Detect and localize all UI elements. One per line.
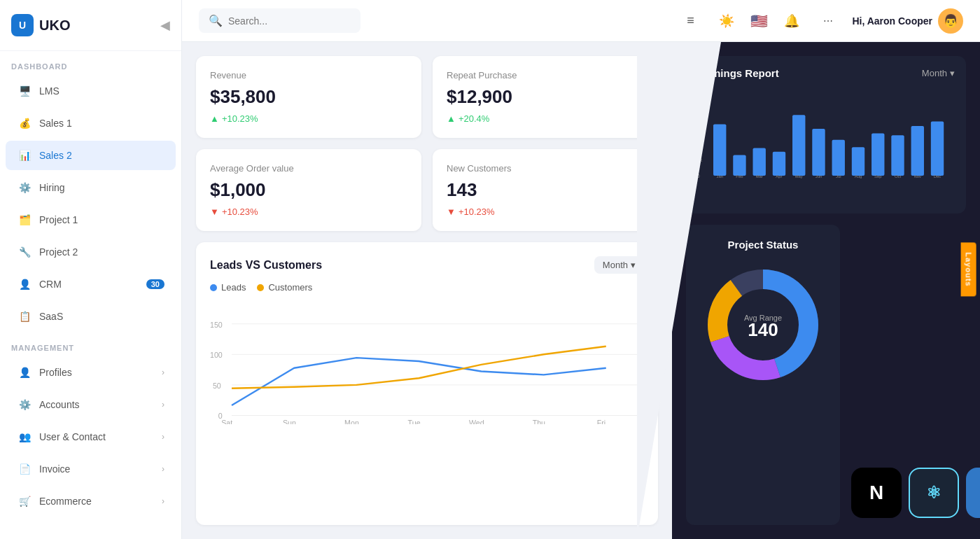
sidebar-logo-area: U UKO ◀ [0, 0, 181, 51]
sidebar-item-saas[interactable]: 📋 SaaS [6, 302, 176, 331]
svg-rect-31 [812, 129, 825, 176]
apps-icon[interactable]: ⋯ [816, 8, 841, 34]
svg-text:150: 150 [210, 321, 223, 329]
dashboard-section-label: DASHBOARD [0, 51, 181, 75]
sidebar-item-accounts[interactable]: ⚙️ Accounts › [6, 390, 176, 419]
sidebar-item-project2[interactable]: 🔧 Project 2 [6, 237, 176, 267]
stat-change-repeat: ▲ +20.4% [447, 113, 644, 124]
svg-text:Tue: Tue [408, 419, 421, 424]
sidebar-item-ecommerce[interactable]: 🛒 Ecommerce › [6, 486, 176, 516]
sidebar-collapse-button[interactable]: ◀ [160, 18, 170, 33]
leads-chart-title: Leads VS Customers [210, 259, 322, 272]
bottom-right-section: Project Status Avg Range [686, 225, 966, 525]
header-right: ≡ ☀️ 🇺🇸 🔔 ⋯ Hi, Aaron Cooper 👨 [678, 8, 963, 34]
accounts-icon: ⚙️ [17, 397, 32, 412]
arrow-up-icon: ▲ [210, 113, 219, 124]
flag-icon[interactable]: 🇺🇸 [750, 13, 768, 29]
theme-icon[interactable]: ☀️ [714, 8, 739, 34]
tech-logos-row: N ⚛ TS JS [851, 468, 980, 518]
sidebar-item-crm[interactable]: 👤 CRM 30 [6, 270, 176, 299]
lms-icon: 🖥️ [17, 83, 32, 99]
menu-icon[interactable]: ≡ [678, 8, 703, 34]
react-logo[interactable]: ⚛ [909, 468, 959, 518]
sidebar-item-label-user-contact: User & Contact [39, 431, 106, 442]
user-name: Hi, Aaron Cooper [852, 15, 932, 27]
sidebar-item-label-ecommerce: Ecommerce [39, 496, 92, 507]
svg-text:Jan: Jan [716, 174, 723, 178]
sidebar-item-sales2[interactable]: 📊 Sales 2 [6, 141, 176, 170]
left-panel: Revenue $35,800 ▲ +10.23% Repeat Purchas… [182, 42, 672, 539]
hiring-icon: ⚙️ [17, 180, 32, 195]
sales1-icon: 💰 [17, 115, 32, 131]
leads-chart-header: Leads VS Customers Month ▾ [210, 256, 644, 274]
project-status-title: Project Status [728, 239, 799, 251]
earnings-header: Earnings Report Month ▾ [697, 67, 955, 79]
chevron-down-icon: ▾ [631, 260, 636, 270]
svg-rect-41 [911, 126, 924, 176]
sidebar-item-lms[interactable]: 🖥️ LMS [6, 76, 176, 106]
split-layout: Revenue $35,800 ▲ +10.23% Repeat Purchas… [182, 42, 980, 539]
leads-legend: Leads Customers [210, 282, 644, 293]
profiles-chevron-icon: › [162, 368, 164, 377]
typescript-logo[interactable]: TS [966, 468, 980, 518]
sidebar-item-profiles[interactable]: 👤 Profiles › [6, 358, 176, 387]
sidebar-item-hiring[interactable]: ⚙️ Hiring [6, 173, 176, 202]
svg-rect-33 [832, 140, 845, 176]
bell-icon[interactable]: 🔔 [779, 8, 804, 34]
stats-row-2: Average Order value $1,000 ▼ +10.23% New… [196, 149, 658, 231]
sidebar-item-invoice[interactable]: 📄 Invoice › [6, 454, 176, 484]
ecommerce-chevron-icon: › [162, 496, 164, 506]
svg-text:140: 140 [748, 319, 778, 340]
saas-icon: 📋 [17, 309, 32, 324]
stat-value-customers: 143 [447, 179, 644, 201]
svg-text:Mar: Mar [756, 174, 763, 178]
svg-text:15k: 15k [697, 109, 705, 114]
arrow-down-icon-avg: ▼ [210, 206, 219, 217]
layouts-tab[interactable]: Layouts [960, 242, 976, 296]
leads-month-button[interactable]: Month ▾ [594, 256, 644, 274]
leads-svg-chart: 0 50 100 150 Sat [210, 298, 644, 424]
stat-card-revenue: Revenue $35,800 ▲ +10.23% [196, 56, 421, 138]
stat-label-avg: Average Order value [210, 163, 407, 174]
search-icon: 🔍 [209, 14, 223, 27]
sidebar-item-sales1[interactable]: 💰 Sales 1 [6, 108, 176, 138]
avatar: 👨 [938, 8, 963, 34]
svg-text:Sep: Sep [874, 174, 882, 178]
sidebar-item-label-hiring: Hiring [39, 182, 65, 193]
invoice-icon: 📄 [17, 461, 32, 477]
nextjs-logo[interactable]: N [851, 468, 902, 518]
sidebar-item-user-contact[interactable]: 👥 User & Contact › [6, 422, 176, 451]
profiles-icon: 👤 [17, 365, 32, 380]
user-info[interactable]: Hi, Aaron Cooper 👨 [852, 8, 963, 34]
earnings-bar-chart: 0 4k 8k 11k 15k Jan Feb M [697, 88, 955, 200]
search-box[interactable]: 🔍 [199, 8, 360, 33]
earnings-month-button[interactable]: Month ▾ [922, 68, 955, 78]
svg-rect-43 [931, 121, 944, 176]
svg-text:Aug: Aug [855, 174, 862, 178]
stat-change-revenue: ▲ +10.23% [210, 113, 407, 124]
stats-row-1: Revenue $35,800 ▲ +10.23% Repeat Purchas… [196, 56, 658, 138]
svg-text:Sat: Sat [221, 419, 232, 424]
svg-text:Jun: Jun [816, 174, 822, 178]
ecommerce-icon: 🛒 [17, 493, 32, 509]
legend-customers: Customers [257, 282, 312, 293]
header: 🔍 ≡ ☀️ 🇺🇸 🔔 ⋯ Hi, Aaron Cooper 👨 [182, 0, 980, 42]
sidebar-item-project1[interactable]: 🗂️ Project 1 [6, 205, 176, 234]
svg-text:Feb: Feb [736, 174, 743, 178]
svg-rect-23 [733, 155, 746, 176]
sidebar-item-label-profiles: Profiles [39, 367, 72, 378]
svg-text:Apr: Apr [776, 174, 782, 178]
stat-change-avg: ▼ +10.23% [210, 206, 407, 217]
stat-card-new-customers: New Customers 143 ▼ +10.23% [433, 149, 658, 231]
stat-label-customers: New Customers [447, 163, 644, 174]
svg-text:Wed: Wed [469, 419, 484, 424]
sidebar-item-label-invoice: Invoice [39, 463, 70, 475]
stat-label-repeat: Repeat Purchase [447, 70, 644, 80]
svg-rect-25 [753, 148, 766, 176]
sidebar-item-label-lms: LMS [39, 85, 59, 97]
svg-text:Mon: Mon [344, 419, 359, 424]
svg-text:100: 100 [210, 351, 223, 359]
invoice-chevron-icon: › [162, 464, 164, 474]
logo-icon: U [11, 14, 34, 36]
search-input[interactable] [228, 15, 351, 27]
